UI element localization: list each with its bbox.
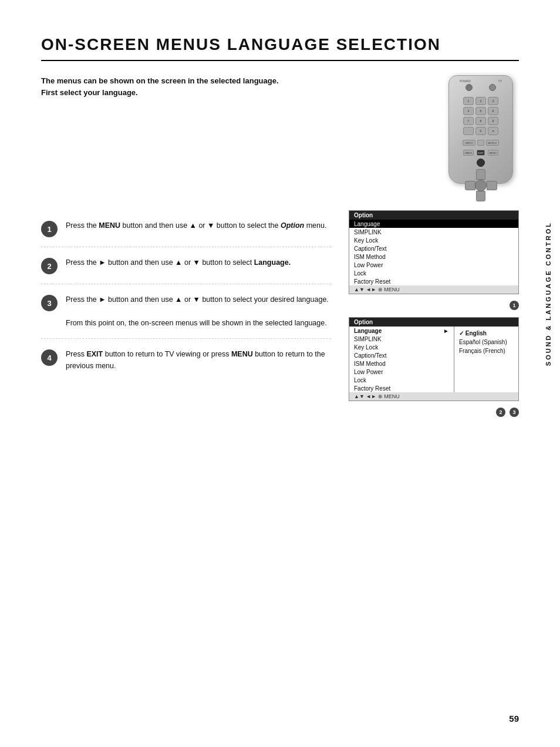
menu1-footer-text: ▲▼ ◄► ⊕ MENU xyxy=(354,287,400,292)
menu1-header: Option xyxy=(349,211,518,220)
page-title: ON-SCREEN MENUS LANGUAGE SELECTION xyxy=(41,35,519,61)
menu2-item-caption: Caption/Text xyxy=(349,351,454,359)
menu-screenshot-2: Option Language► SIMPLINK Key Lock Capti… xyxy=(349,317,519,401)
step-2-text: Press the ► button and then use ▲ or ▼ b… xyxy=(66,257,291,268)
menu1-item-lock: Lock xyxy=(349,269,518,277)
step-3-number: 3 xyxy=(41,295,58,311)
menu1-item-factory: Factory Reset xyxy=(349,277,518,285)
menu2-item-language: Language► xyxy=(349,327,454,335)
menu2-badge-3: 3 xyxy=(510,408,519,417)
menu2-item-lock: Lock xyxy=(349,376,454,384)
submenu-french: Français (French) xyxy=(454,346,518,355)
menu2-footer-text: ▲▼ ◄► ⊕ MENU xyxy=(354,393,400,399)
menu2-footer: ▲▼ ◄► ⊕ MENU xyxy=(349,392,518,401)
step-3: 3 Press the ► button and then use ▲ or ▼… xyxy=(41,284,331,339)
step-1-number: 1 xyxy=(41,221,58,237)
menu1-item-simplink: SIMPLINK xyxy=(349,228,518,236)
menu2-item-factory: Factory Reset xyxy=(349,384,454,392)
side-label: SOUND & LANGUAGE CONTROL xyxy=(545,221,552,366)
menu-screenshot-1: Option Language SIMPLINK Key Lock Captio… xyxy=(349,210,519,294)
menu2-main: Language► SIMPLINK Key Lock Caption/Text… xyxy=(349,327,454,392)
menu2-item-keylock: Key Lock xyxy=(349,343,454,351)
menu1-item-keylock: Key Lock xyxy=(349,236,518,244)
step-1-text: Press the MENU button and then use ▲ or … xyxy=(66,220,326,231)
side-label-container: SOUND & LANGUAGE CONTROL xyxy=(545,117,552,470)
step-2: 2 Press the ► button and then use ▲ or ▼… xyxy=(41,247,331,284)
step-4-text: Press EXIT button to return to TV viewin… xyxy=(66,348,331,372)
menu1-item-ism: ISM Method xyxy=(349,253,518,261)
submenu-english: English xyxy=(454,329,518,338)
menu2-header: Option xyxy=(349,318,518,327)
menu1-item-lowpower: Low Power xyxy=(349,261,518,269)
menu1-badge-row: 1 xyxy=(349,299,519,310)
menu2-item-ism: ISM Method xyxy=(349,359,454,368)
menu-screenshots: Option Language SIMPLINK Key Lock Captio… xyxy=(349,210,519,417)
step-1: 1 Press the MENU button and then use ▲ o… xyxy=(41,210,331,247)
menu2-badges: 2 3 xyxy=(494,408,519,415)
menu2-item-simplink: SIMPLINK xyxy=(349,335,454,343)
menu2-badge-row: 2 3 xyxy=(349,406,519,417)
menu1-item-language: Language xyxy=(349,220,518,228)
menu1-badge: 1 xyxy=(510,301,519,310)
menu2-item-lowpower: Low Power xyxy=(349,368,454,376)
menu1-item-caption: Caption/Text xyxy=(349,244,518,253)
menu2-submenu: English Español (Spanish) Français (Fren… xyxy=(454,327,518,392)
step-2-number: 2 xyxy=(41,258,58,274)
remote-illustration: POWER TV 1 2 3 4 5 6 7 xyxy=(443,75,519,193)
menu2-badge-2: 2 xyxy=(496,408,505,417)
intro-text: The menus can be shown on the screen in … xyxy=(41,75,288,98)
steps-container: 1 Press the MENU button and then use ▲ o… xyxy=(41,210,331,417)
step-4: 4 Press EXIT button to return to TV view… xyxy=(41,339,331,381)
menu1-footer: ▲▼ ◄► ⊕ MENU xyxy=(349,285,518,294)
page-number: 59 xyxy=(509,714,519,724)
step-3-text: Press the ► button and then use ▲ or ▼ b… xyxy=(66,294,329,329)
step-4-number: 4 xyxy=(41,349,58,366)
submenu-spanish: Español (Spanish) xyxy=(454,338,518,346)
